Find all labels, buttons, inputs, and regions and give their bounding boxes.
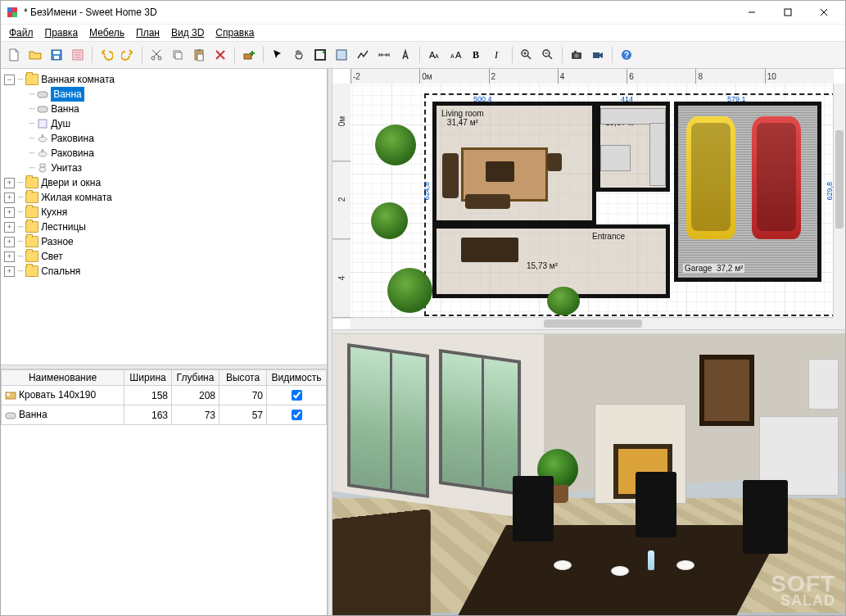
scrollbar-thumb[interactable] (544, 319, 642, 328)
camera-icon[interactable] (567, 45, 586, 65)
tree-category[interactable]: +····Разное (4, 234, 325, 249)
tree-item[interactable]: ····Раковина (17, 146, 325, 161)
main-body: − ···· Ванная комната ····Ванна ····Ванн… (1, 69, 845, 615)
cut-icon[interactable] (147, 45, 166, 65)
expand-icon[interactable]: + (4, 178, 15, 188)
open-icon[interactable] (25, 45, 45, 65)
car-red[interactable] (752, 116, 801, 239)
paste-icon[interactable] (189, 45, 209, 65)
help-icon[interactable]: ? (617, 45, 636, 65)
tree-category[interactable]: +····Спальня (4, 264, 325, 279)
expand-icon[interactable]: + (4, 192, 15, 203)
separator (512, 47, 513, 63)
menu-edit[interactable]: Правка (40, 25, 84, 40)
table-row[interactable]: Ванна 163 73 57 (2, 405, 327, 425)
pan-icon[interactable] (289, 45, 309, 65)
expand-icon[interactable]: + (4, 222, 15, 233)
close-button[interactable] (806, 1, 842, 24)
delete-icon[interactable] (210, 45, 230, 65)
copy-icon[interactable] (168, 45, 188, 65)
svg-point-9 (158, 57, 161, 60)
kitchen-counter[interactable] (600, 108, 666, 125)
sofa-long[interactable] (465, 194, 510, 209)
col-width[interactable]: Ширина (124, 370, 172, 386)
tree-category-bathroom[interactable]: − ···· Ванная комната (4, 72, 325, 87)
add-furniture-icon[interactable] (239, 45, 259, 65)
visible-checkbox[interactable] (292, 410, 302, 420)
maximize-button[interactable] (770, 1, 806, 24)
tree-category[interactable]: +····Жилая комната (4, 190, 325, 205)
catalog-tree-pane[interactable]: − ···· Ванная комната ····Ванна ····Ванн… (1, 69, 327, 365)
tree-item[interactable]: ····Унитаз (17, 161, 325, 175)
col-visible[interactable]: Видимость (267, 370, 327, 386)
plan-2d-pane[interactable]: -2 0м 2 4 6 8 10 0м 2 4 (333, 69, 845, 329)
visible-checkbox[interactable] (292, 390, 302, 401)
tree-item[interactable]: ····Ванна (17, 102, 325, 116)
table-row[interactable]: Кровать 140x190 158 208 70 (2, 386, 327, 405)
tree-category[interactable]: +····Двери и окна (4, 175, 325, 190)
create-rooms-icon[interactable] (332, 45, 351, 65)
view-3d-pane[interactable]: SOFTSALAD (333, 334, 845, 615)
svg-text:A: A (450, 53, 455, 59)
increase-text-icon[interactable]: AA (424, 45, 444, 65)
menu-file[interactable]: Файл (4, 25, 38, 40)
toilet-item-icon (37, 162, 48, 174)
expand-icon[interactable]: + (4, 207, 15, 218)
redo-icon[interactable] (118, 45, 138, 65)
italic-icon[interactable]: I (488, 45, 508, 65)
zoom-in-icon[interactable] (517, 45, 536, 65)
zoom-out-icon[interactable] (538, 45, 558, 65)
col-depth[interactable]: Глубина (172, 370, 219, 386)
kitchen-island[interactable] (600, 145, 631, 171)
save-icon[interactable] (47, 45, 66, 65)
menu-help[interactable]: Справка (210, 25, 259, 40)
tree-item[interactable]: ····Раковина (17, 131, 325, 146)
create-polyline-icon[interactable] (353, 45, 373, 65)
plan-canvas[interactable]: 500,4 414 579,1 624,8 629,8 Living room3… (351, 84, 834, 318)
tree-category[interactable]: +····Кухня (4, 205, 325, 220)
new-file-icon[interactable] (4, 45, 24, 65)
preferences-icon[interactable] (68, 45, 88, 65)
create-dimensions-icon[interactable] (374, 45, 394, 65)
tree-item[interactable]: ····Ванна (17, 87, 325, 102)
scrollbar-thumb[interactable] (835, 130, 844, 229)
bold-icon[interactable]: B (467, 45, 486, 65)
dining-table[interactable] (461, 238, 518, 262)
kitchen-counter[interactable] (649, 123, 666, 186)
col-name[interactable]: Наименование (2, 370, 124, 386)
tree-item[interactable]: ····Душ (17, 116, 325, 131)
menu-furniture[interactable]: Мебель (84, 25, 129, 40)
expand-icon[interactable]: + (4, 237, 15, 247)
select-icon[interactable] (268, 45, 287, 65)
expand-icon[interactable]: + (4, 266, 15, 277)
video-icon[interactable] (588, 45, 608, 65)
sofa[interactable] (442, 153, 459, 198)
tree-label: Ванная комната (41, 72, 115, 87)
menu-plan[interactable]: План (131, 25, 165, 40)
table-header-row: Наименование Ширина Глубина Высота Видим… (2, 370, 327, 386)
car-yellow[interactable] (686, 116, 735, 239)
plan-scrollbar-vertical[interactable] (833, 84, 845, 318)
coffee-table[interactable] (486, 161, 514, 182)
shrub[interactable] (371, 202, 408, 239)
plan-scrollbar-horizontal[interactable] (351, 317, 834, 329)
armchair[interactable] (547, 153, 562, 171)
menu-view3d[interactable]: Вид 3D (166, 25, 209, 40)
minimize-button[interactable] (734, 1, 770, 24)
create-walls-icon[interactable] (310, 45, 330, 65)
collapse-icon[interactable]: − (4, 75, 15, 85)
decrease-text-icon[interactable]: AA (446, 45, 465, 65)
expand-icon[interactable]: + (4, 251, 15, 262)
create-text-icon[interactable] (396, 45, 415, 65)
tree-category[interactable]: +····Свет (4, 249, 325, 264)
svg-text:?: ? (624, 51, 629, 60)
shrub[interactable] (375, 125, 416, 165)
svg-rect-38 (42, 149, 43, 152)
shrub[interactable] (387, 268, 432, 313)
col-height[interactable]: Высота (219, 370, 267, 386)
cell-width: 158 (124, 386, 172, 405)
undo-icon[interactable] (97, 45, 116, 65)
menubar: Файл Правка Мебель План Вид 3D Справка (1, 25, 845, 41)
shrub[interactable] (547, 287, 580, 315)
tree-category[interactable]: +····Лестницы (4, 220, 325, 234)
